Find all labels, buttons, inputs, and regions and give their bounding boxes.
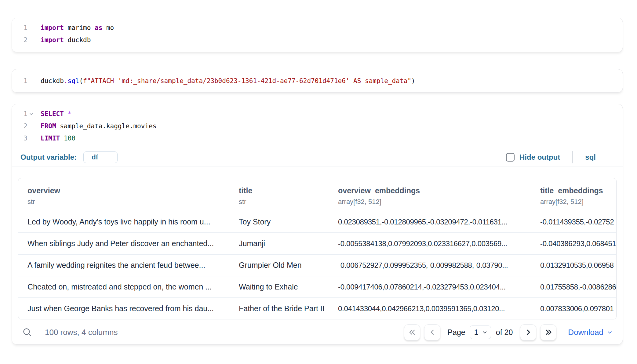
table-header-row: overviewstrtitlestroverview_embeddingsar… (18, 178, 616, 211)
line-number: 1 (24, 110, 27, 118)
cell-title: Grumpier Old Men (230, 254, 329, 276)
cell-overview: When siblings Judy and Peter discover an… (18, 233, 230, 254)
code-cell-attach: 1 duckdb.sql(f"ATTACH 'md:_share/sample_… (12, 69, 623, 93)
column-name: title_embeddings (540, 186, 612, 195)
line-number: 2 (24, 36, 27, 44)
cell-title_embeddings: 0.0132910535,0.06958 (531, 254, 616, 276)
cell-overview: A family wedding reignites the ancient f… (18, 254, 230, 276)
line-number: 3 (24, 135, 27, 142)
fold-slot (27, 34, 35, 46)
chevron-down-icon (482, 329, 488, 335)
hide-output-checkbox[interactable] (506, 153, 515, 162)
table-summary: 100 rows, 4 columns (45, 328, 118, 337)
column-header-title_embeddings[interactable]: title_embeddingsarray[f32, 512] (531, 178, 616, 211)
chevron-down-icon (606, 329, 613, 336)
cell-title: Jumanji (230, 233, 329, 254)
fold-slot (27, 120, 35, 132)
page-select-value: 1 (474, 328, 478, 337)
table-row: Just when George Banks has recovered fro… (18, 298, 616, 319)
column-type: array[f32, 512] (338, 198, 526, 206)
table-row: Led by Woody, Andy's toys live happily i… (18, 211, 616, 233)
code-line[interactable]: LIMIT 100 (41, 132, 156, 144)
download-label: Download (568, 328, 603, 337)
code-cell-imports: 12 import marimo as moimport duckdb (12, 18, 623, 52)
cell-overview: Led by Woody, Andy's toys live happily i… (18, 211, 230, 233)
line-number-gutter: 1 (12, 75, 35, 88)
code-line[interactable]: SELECT * (41, 108, 156, 120)
code-content[interactable]: import marimo as moimport duckdb (35, 22, 114, 47)
cell-overview_embeddings: 0.023089351,-0.012809965,-0.03209472,-0.… (329, 211, 531, 233)
column-header-title[interactable]: titlestr (230, 178, 329, 211)
column-name: title (239, 186, 324, 195)
page-select[interactable]: 1 (470, 326, 491, 339)
code-line[interactable]: duckdb.sql(f"ATTACH 'md:_share/sample_da… (41, 75, 415, 87)
table-row: When siblings Judy and Peter discover an… (18, 233, 616, 254)
table-row: A family wedding reignites the ancient f… (18, 254, 616, 276)
column-header-overview[interactable]: overviewstr (18, 178, 230, 211)
cell-overview_embeddings: 0.041433044,0.042966213,0.0039591365,0.0… (329, 298, 531, 319)
line-number-gutter: 123 (12, 108, 35, 145)
column-name: overview_embeddings (338, 186, 526, 195)
line-number: 1 (24, 77, 27, 85)
cell-overview: Just when George Banks has recovered fro… (18, 298, 230, 319)
code-line[interactable]: import duckdb (41, 34, 114, 46)
code-content[interactable]: SELECT *FROM sample_data.kaggle.moviesLI… (35, 108, 156, 145)
fold-slot (27, 132, 35, 144)
fold-slot (27, 22, 35, 34)
language-select[interactable]: sql (585, 153, 596, 162)
code-editor[interactable]: 123 SELECT *FROM sample_data.kaggle.movi… (12, 104, 623, 145)
cell-title_embeddings: -0.040386293,0.068451 (531, 233, 616, 254)
table-row: Cheated on, mistreated and stepped on, t… (18, 276, 616, 298)
page-label: Page (447, 328, 465, 337)
prev-page-button[interactable] (424, 324, 440, 340)
fold-slot (27, 75, 35, 87)
fold-chevron-icon[interactable] (27, 108, 35, 120)
last-page-button[interactable] (540, 324, 556, 340)
column-type: str (27, 198, 225, 206)
cell-title_embeddings: 0.007833006,0.097801 (531, 298, 616, 319)
sql-query-cell: 123 SELECT *FROM sample_data.kaggle.movi… (12, 104, 623, 344)
code-content[interactable]: duckdb.sql(f"ATTACH 'md:_share/sample_da… (35, 75, 415, 88)
column-name: overview (27, 186, 225, 195)
cell-title: Toy Story (230, 211, 329, 233)
first-page-button[interactable] (404, 324, 420, 340)
column-header-overview_embeddings[interactable]: overview_embeddingsarray[f32, 512] (329, 178, 531, 211)
pagination: Page 1 of 20 Download (404, 324, 613, 340)
output-variable-label: Output variable: (20, 153, 77, 162)
line-number: 1 (24, 24, 27, 31)
next-page-button[interactable] (520, 324, 536, 340)
cell-title: Father of the Bride Part II (230, 298, 329, 319)
line-number-gutter: 12 (12, 22, 35, 47)
cell-overview: Cheated on, mistreated and stepped on, t… (18, 276, 230, 298)
column-type: str (239, 198, 324, 206)
search-icon[interactable] (20, 326, 34, 339)
code-editor[interactable]: 1 duckdb.sql(f"ATTACH 'md:_share/sample_… (12, 69, 623, 88)
divider (572, 151, 573, 163)
column-type: array[f32, 512] (540, 198, 612, 206)
page-count-label: of 20 (496, 328, 513, 337)
code-line[interactable]: import marimo as mo (41, 22, 114, 34)
hide-output-label[interactable]: Hide output (519, 153, 560, 162)
cell-title_embeddings: 0.01755858,-0.0086286 (531, 276, 616, 298)
cell-overview_embeddings: -0.0055384138,0.07992093,0.023316627,0.0… (329, 233, 531, 254)
download-button[interactable]: Download (568, 328, 613, 337)
table-footer: 100 rows, 4 columns Page 1 of 20 (18, 319, 617, 345)
output-variable-bar: Output variable: Hide output sql (12, 148, 623, 166)
code-editor[interactable]: 12 import marimo as moimport duckdb (12, 18, 623, 47)
output-variable-input[interactable] (83, 151, 118, 163)
cell-title_embeddings: -0.011439355,-0.02752 (531, 211, 616, 233)
cell-overview_embeddings: -0.009417406,0.07860214,-0.023279453,0.0… (329, 276, 531, 298)
line-number: 2 (24, 122, 27, 130)
cell-overview_embeddings: -0.006752927,0.099952355,-0.009982588,-0… (329, 254, 531, 276)
code-line[interactable]: FROM sample_data.kaggle.movies (41, 120, 156, 132)
cell-output: overviewstrtitlestroverview_embeddingsar… (12, 166, 623, 345)
data-table: overviewstrtitlestroverview_embeddingsar… (18, 178, 617, 319)
cell-title: Waiting to Exhale (230, 276, 329, 298)
